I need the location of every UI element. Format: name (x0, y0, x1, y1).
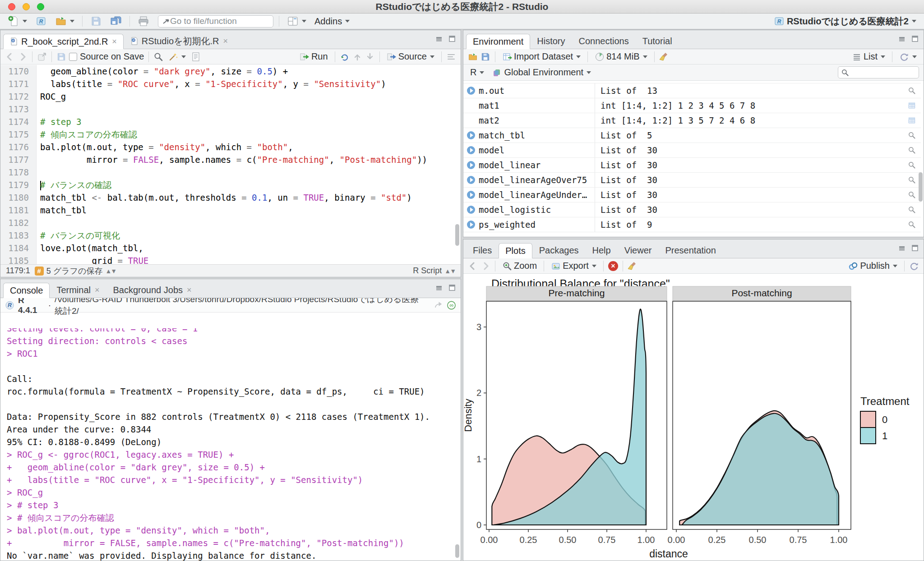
code-line[interactable]: 1171 labs(title = "ROC curve", x = "1-Sp… (0, 78, 461, 90)
environment-selector[interactable]: Global Environment (490, 66, 593, 79)
code-editor[interactable]: 1170 geom_abline(color = "dark grey", si… (0, 65, 461, 264)
outline-icon[interactable] (446, 52, 456, 62)
export-button[interactable]: Export (549, 259, 599, 272)
remove-plot-icon[interactable]: × (608, 261, 618, 271)
close-icon[interactable]: × (223, 37, 228, 46)
broom-icon[interactable] (659, 52, 669, 62)
environment-row[interactable]: m.outList of 13 (463, 83, 921, 98)
open-folder-icon[interactable] (468, 52, 478, 62)
save-icon[interactable] (56, 52, 66, 62)
code-line[interactable]: 1185 grid = TRUE (0, 254, 461, 264)
code-line[interactable]: 1173 (0, 103, 461, 115)
publish-button[interactable]: Publish (846, 259, 900, 272)
environment-search-input[interactable] (851, 68, 914, 77)
environment-row[interactable]: model_linearAgeUnder…List of 30 (463, 188, 921, 202)
environment-row[interactable]: match_tblList of 5 (463, 128, 921, 143)
back-icon[interactable] (468, 261, 478, 271)
tab-viewer[interactable]: Viewer (618, 243, 659, 258)
compile-notebook-icon[interactable] (191, 52, 201, 62)
tab-plots[interactable]: Plots (499, 243, 532, 258)
expand-icon[interactable] (467, 161, 475, 169)
code-line[interactable]: 1174# step 3 (0, 115, 461, 128)
search-icon[interactable] (153, 52, 163, 62)
close-window-button[interactable] (8, 3, 15, 10)
tab-console[interactable]: Console (3, 283, 50, 298)
tab-presentation[interactable]: Presentation (658, 243, 722, 258)
code-line[interactable]: 1177 mirror = FALSE, sample.names = c("P… (0, 153, 461, 166)
code-tools-button[interactable] (166, 51, 188, 63)
refresh-icon[interactable] (909, 261, 919, 271)
tab-packages[interactable]: Packages (532, 243, 586, 258)
tab-connections[interactable]: Connections (572, 33, 636, 49)
close-icon[interactable]: × (112, 37, 117, 46)
console-scrollbar[interactable] (455, 544, 459, 558)
rerun-icon[interactable] (340, 52, 350, 62)
code-line[interactable]: 1182 (0, 216, 461, 229)
editor-scrollbar[interactable] (455, 224, 459, 246)
new-file-button[interactable] (5, 14, 29, 28)
print-button[interactable] (135, 14, 152, 28)
addins-button[interactable]: Addins (312, 15, 352, 28)
code-line[interactable]: 1170 geom_abline(color = "dark grey", si… (0, 65, 461, 78)
tab-rstudio-init[interactable]: R RStudioを初期化.R × (124, 33, 235, 49)
environment-scrollbar[interactable] (919, 172, 923, 202)
back-icon[interactable] (5, 52, 15, 62)
environment-row[interactable]: model_linearList of 30 (463, 158, 921, 173)
minimize-icon[interactable] (898, 244, 906, 252)
environment-row[interactable]: mat2int [1:4, 1:2] 1 3 5 7 2 4 6 8 (463, 113, 921, 128)
memory-usage-button[interactable]: 814 MiB (592, 50, 649, 63)
broom-icon[interactable] (628, 261, 638, 271)
down-icon[interactable] (365, 52, 375, 62)
minimize-icon[interactable] (435, 284, 444, 292)
project-selector[interactable]: RRStudioではじめる医療統計2 (771, 14, 919, 29)
minimize-window-button[interactable] (23, 3, 30, 10)
list-view-button[interactable]: List (850, 50, 887, 63)
forward-icon[interactable] (480, 261, 490, 271)
expand-icon[interactable] (467, 191, 475, 199)
expand-icon[interactable] (467, 146, 475, 154)
expand-icon[interactable] (467, 87, 475, 95)
forward-icon[interactable] (18, 52, 28, 62)
maximize-icon[interactable] (911, 35, 919, 43)
tab-environment[interactable]: Environment (466, 34, 530, 49)
source-on-save-checkbox[interactable] (69, 53, 77, 61)
file-type-selector[interactable]: R Script ▲▼ (413, 266, 455, 276)
environment-row[interactable]: model_linearAgeOver75List of 30 (463, 173, 921, 188)
minimize-icon[interactable] (898, 35, 906, 43)
console-output[interactable]: Setting levels: control = 0, case = 1Set… (0, 328, 461, 561)
environment-row[interactable]: modelList of 30 (463, 143, 921, 158)
inspect-icon[interactable] (908, 176, 916, 184)
environment-row[interactable]: ps_weightedList of 9 (463, 217, 921, 232)
tab-background-jobs[interactable]: Background Jobs× (106, 282, 198, 298)
popout-icon[interactable] (37, 52, 47, 62)
expand-icon[interactable] (467, 206, 475, 214)
profiler-infinity-icon[interactable]: ∞ (447, 300, 456, 310)
expand-icon[interactable] (467, 176, 475, 184)
inspect-icon[interactable] (908, 221, 916, 229)
zoom-plot-button[interactable]: Zoom (500, 259, 539, 272)
up-icon[interactable] (352, 52, 362, 62)
zoom-window-button[interactable] (37, 3, 44, 10)
code-line[interactable]: 1183# バランスの可視化 (0, 229, 461, 242)
open-file-button[interactable] (53, 14, 77, 28)
inspect-icon[interactable] (908, 87, 916, 95)
code-line[interactable]: 1180match_tbl <- bal.tab(m.out, threshol… (0, 191, 461, 204)
tab-files[interactable]: Files (466, 243, 499, 258)
code-line[interactable]: 1178 (0, 166, 461, 179)
pane-layout-button[interactable] (285, 14, 309, 28)
refresh-button[interactable] (897, 51, 919, 63)
code-line[interactable]: 1179# バランスの確認 (0, 179, 461, 191)
tab-history[interactable]: History (530, 33, 572, 49)
close-icon[interactable]: × (95, 285, 100, 295)
inspect-icon[interactable] (908, 131, 916, 139)
tab-terminal[interactable]: Terminal× (50, 282, 106, 298)
import-dataset-button[interactable]: Import Dataset (500, 50, 583, 63)
new-project-button[interactable]: R (33, 14, 49, 28)
tab-help[interactable]: Help (586, 243, 618, 258)
tab-r-book-script[interactable]: R R_book_script_2nd.R × (3, 34, 124, 49)
view-table-icon[interactable] (908, 116, 916, 124)
code-line[interactable]: 1184love.plot(match_tbl, (0, 242, 461, 254)
environment-row[interactable]: mat1int [1:4, 1:2] 1 2 3 4 5 6 7 8 (463, 98, 921, 113)
share-icon[interactable] (434, 300, 443, 310)
language-selector[interactable]: R (468, 66, 486, 79)
